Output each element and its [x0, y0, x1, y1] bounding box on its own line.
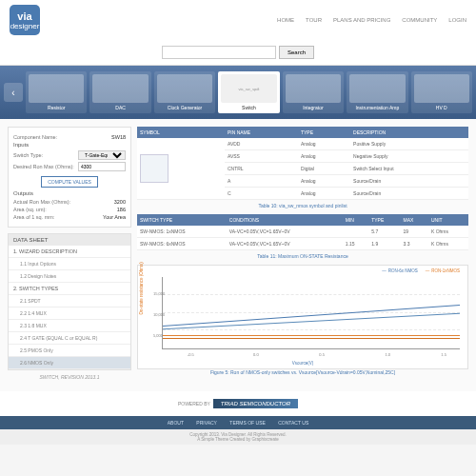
legend-6x: RON-6x NMOS [382, 268, 418, 273]
datasheet-nav: DATA SHEET 1. WIZARD DESCRIPTION 1.1 Inp… [8, 233, 131, 370]
desired-ron-label: Desired Ron Max (Ohms): [13, 164, 74, 169]
ds-design-notes[interactable]: 1.2 Design Notes [9, 270, 130, 283]
resistance-table: SWITCH TYPECONDITIONSMINTYPEMAXUNIT SW-N… [137, 214, 468, 250]
footer-privacy[interactable]: PRIVACY [196, 420, 217, 426]
outputs-header: Outputs [13, 190, 126, 196]
pin-table: SYMBOLPIN NAMETYPEDESCRIPTION AVDDAnalog… [137, 127, 468, 200]
footer-about[interactable]: ABOUT [168, 420, 184, 426]
desired-ron-input[interactable] [78, 162, 126, 171]
ds-nmos[interactable]: 2.6 NMOS Only [9, 357, 130, 369]
search-input[interactable] [162, 46, 276, 59]
ds-wizard[interactable]: 1. WIZARD DESCRIPTION [9, 246, 130, 258]
card-switch[interactable]: via_sw_spdtSwitch [218, 71, 279, 113]
area-sq-value: 186 [117, 207, 126, 212]
symbol-icon [140, 154, 169, 183]
table11-caption: Table 11: Maximum ON-STATE Resistance [137, 253, 468, 259]
ron-chart: RON-6x NMOSRON-1xNMOS On-state resistanc… [137, 265, 468, 369]
switch-type-select[interactable]: T-Gate-Equal R [78, 150, 126, 160]
copyright: Copyright 2013. Via Designer. All Rights… [0, 429, 476, 445]
area-sq-label: Area (sq. um): [13, 207, 47, 212]
footer-contact[interactable]: CONTACT US [278, 420, 308, 426]
revision-text: SWITCH, REVISION 2013.1 [8, 370, 131, 384]
nav-plans[interactable]: PLANS AND PRICING [333, 17, 390, 23]
inputs-header: Inputs [13, 142, 126, 148]
ds-input-options[interactable]: 1.1 Input Options [9, 258, 130, 270]
y-axis-label: On-state resistance (Ohms) [139, 262, 144, 314]
actual-ron-label: Actual Ron Max (Ohms): [13, 199, 70, 205]
nav-login[interactable]: LOGIN [448, 17, 466, 23]
main-nav: HOME TOUR PLANS AND PRICING COMMUNITY LO… [277, 17, 466, 23]
ds-mux4[interactable]: 2.2 1:4 MUX [9, 307, 130, 320]
figure5-caption: Figure 5: Ron of NMOS-only switches vs. … [137, 369, 468, 375]
search-button[interactable]: Search [279, 46, 314, 59]
x-axis-label: Vsource(V) [292, 361, 314, 366]
name-value: SW18 [111, 134, 126, 140]
ds-tgate[interactable]: 2.4 T GATE (EQUAL C or EQUAL R) [9, 332, 130, 345]
card-hvd[interactable]: HV D [411, 71, 472, 113]
card-clock[interactable]: Clock Generator [154, 71, 215, 113]
card-integrator[interactable]: Integrator [283, 71, 344, 113]
card-dac[interactable]: DAC [89, 71, 150, 113]
legend-1x: RON-1xNMOS [426, 268, 460, 273]
compute-button[interactable]: COMPUTE VALUES [41, 176, 98, 188]
card-resistor[interactable]: Resistor [26, 71, 87, 113]
carousel-prev-icon[interactable]: ‹ [4, 83, 23, 102]
nav-community[interactable]: COMMUNITY [402, 17, 437, 23]
footer-terms[interactable]: TERMS OF USE [229, 420, 266, 426]
component-carousel: ‹ Resistor DAC Clock Generator via_sw_sp… [0, 66, 476, 119]
nav-home[interactable]: HOME [277, 17, 294, 23]
ds-pmos[interactable]: 2.5 PMOS Only [9, 345, 130, 357]
area-t-value: Your Area [103, 214, 126, 220]
switch-type-label: Switch Type: [13, 152, 43, 158]
powered-by: POWERED BYTRIAD SEMICONDUCTOR [0, 391, 476, 416]
actual-ron-value: 3200 [114, 199, 126, 205]
footer: ABOUT PRIVACY TERMS OF USE CONTACT US [0, 416, 476, 429]
name-label: Component Name: [13, 134, 57, 140]
ds-spdt[interactable]: 2.1 SPDT [9, 295, 130, 307]
nav-tour[interactable]: TOUR [306, 17, 322, 23]
ds-switch-types[interactable]: 2. SWITCH TYPES [9, 283, 130, 295]
ds-mux8[interactable]: 2.3 1:8 MUX [9, 320, 130, 332]
logo[interactable]: viadesigner [10, 5, 40, 35]
component-form: Component Name:SW18 Inputs Switch Type:T… [8, 127, 131, 228]
ds-header: DATA SHEET [9, 234, 130, 246]
area-t-label: Area of 1 sq. mm: [13, 214, 54, 220]
triad-logo[interactable]: TRIAD SEMICONDUCTOR [213, 399, 298, 408]
card-instamp[interactable]: Instrumentation Amp [347, 71, 407, 113]
table10-caption: Table 10: via_sw_nmos symbol and pinlist [137, 203, 468, 208]
